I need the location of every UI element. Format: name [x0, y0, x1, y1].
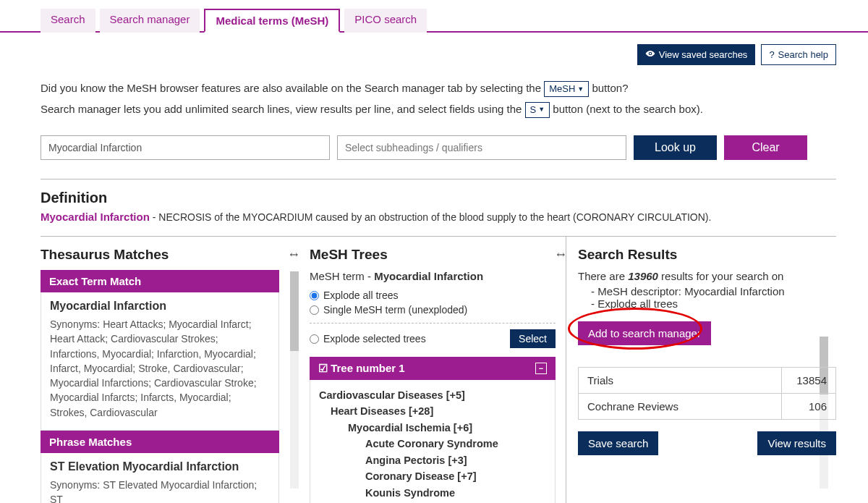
search-help-label: Search help [778, 49, 828, 60]
view-results-button[interactable]: View results [757, 431, 836, 455]
results-table: Trials 13854 Cochrane Reviews 106 [578, 367, 836, 420]
tab-search-manager[interactable]: Search manager [100, 9, 200, 33]
phrase-matches-band: Phrase Matches [41, 431, 279, 453]
s-badge-button[interactable]: S ▼ [525, 102, 550, 118]
definition-section: Definition Myocardial Infarction - NECRO… [41, 179, 836, 223]
results-count: 13960 [628, 270, 658, 282]
checkbox-icon [318, 362, 328, 374]
results-criterion: - MeSH descriptor: Myocardial Infarction [578, 285, 836, 297]
caret-down-icon: ▼ [577, 83, 584, 96]
tree-list: Cardiovascular Diseases [+5] Heart Disea… [310, 380, 556, 503]
definition-term: Myocardial Infarction [41, 211, 150, 223]
mesh-trees-heading: MeSH Trees [310, 247, 388, 263]
clear-button[interactable]: Clear [724, 135, 807, 160]
save-search-button[interactable]: Save search [578, 431, 658, 455]
results-intro: There are 13960 results for your search … [578, 270, 836, 282]
intro-line2b: button (next to the search box). [553, 103, 703, 115]
exact-match-title: Myocardial Infarction [50, 300, 270, 313]
mesh-term-input[interactable] [41, 135, 330, 160]
add-to-search-manager-button[interactable]: Add to search manager [578, 321, 711, 345]
tree-node[interactable]: Cardiovascular Diseases [+5] [319, 387, 552, 403]
divider [310, 323, 556, 324]
scroll-thumb[interactable] [290, 271, 299, 351]
definition-text: - NECROSIS of the MYOCARDIUM caused by a… [153, 211, 712, 223]
search-results-heading: Search Results [578, 247, 677, 263]
intro-line1b: button? [592, 82, 628, 94]
result-type-count: 106 [782, 394, 836, 420]
results-criterion: - Explode all trees [578, 297, 836, 310]
tree-node[interactable]: Acute Coronary Syndrome [319, 436, 552, 452]
intro-text: Did you know the MeSH browser features a… [41, 78, 836, 119]
thesaurus-heading: Thesaurus Matches [41, 247, 169, 263]
tree-node[interactable]: Kounis Syndrome [319, 485, 552, 501]
phrase-match-title: ST Elevation Myocardial Infarction [50, 460, 270, 473]
radio-single-term[interactable]: Single MeSH term (unexploded) [310, 303, 556, 317]
definition-heading: Definition [41, 190, 836, 206]
tree-node[interactable]: Coronary Disease [+7] [319, 468, 552, 484]
lookup-button[interactable]: Look up [634, 135, 717, 160]
phrase-match-box[interactable]: ST Elevation Myocardial Infarction Synon… [41, 453, 279, 503]
eye-icon [645, 48, 655, 61]
caret-down-icon: ▼ [538, 103, 545, 116]
tab-search[interactable]: Search [41, 9, 95, 33]
view-saved-label: View saved searches [659, 49, 748, 60]
mesh-badge-button[interactable]: MeSH ▼ [544, 81, 589, 97]
result-type-label: Trials [579, 368, 782, 394]
result-type-label: Cochrane Reviews [579, 394, 782, 420]
tree-node[interactable]: Myocardial Ischemia [+6] [319, 420, 552, 436]
question-icon: ? [769, 49, 774, 60]
table-row[interactable]: Cochrane Reviews 106 [579, 394, 836, 420]
exact-match-box[interactable]: Myocardial Infarction Synonyms: Heart At… [41, 292, 279, 431]
tree-number-band[interactable]: Tree number 1 − [310, 357, 556, 380]
tree-node[interactable]: Angina Pectoris [+3] [319, 452, 552, 468]
tab-pico[interactable]: PICO search [344, 9, 427, 33]
tree-node[interactable]: Heart Diseases [+28] [319, 403, 552, 419]
subheadings-input[interactable] [337, 135, 626, 160]
exact-term-match-band: Exact Term Match [41, 270, 279, 292]
radio-explode-selected[interactable]: Explode selected trees [310, 331, 426, 346]
tab-bar: Search Search manager Medical terms (MeS… [0, 0, 868, 33]
table-row[interactable]: Trials 13854 [579, 368, 836, 394]
intro-line2a: Search manager lets you add unlimited se… [41, 103, 525, 115]
intro-line1a: Did you know the MeSH browser features a… [41, 82, 544, 94]
collapse-icon[interactable]: − [535, 363, 547, 374]
tab-mesh[interactable]: Medical terms (MeSH) [204, 9, 340, 33]
select-button[interactable]: Select [510, 329, 556, 348]
result-type-count: 13854 [782, 368, 836, 394]
exact-match-synonyms: Synonyms: Heart Attacks; Myocardial Infa… [50, 317, 270, 420]
scrollbar[interactable] [290, 271, 299, 489]
phrase-match-synonyms: Synonyms: ST Elevated Myocardial Infarct… [50, 478, 270, 503]
view-saved-searches-button[interactable]: View saved searches [637, 44, 756, 65]
mesh-term-line: MeSH term - Myocardial Infarction [310, 270, 556, 282]
radio-explode-all[interactable]: Explode all trees [310, 288, 556, 303]
search-help-button[interactable]: ? Search help [761, 44, 836, 65]
